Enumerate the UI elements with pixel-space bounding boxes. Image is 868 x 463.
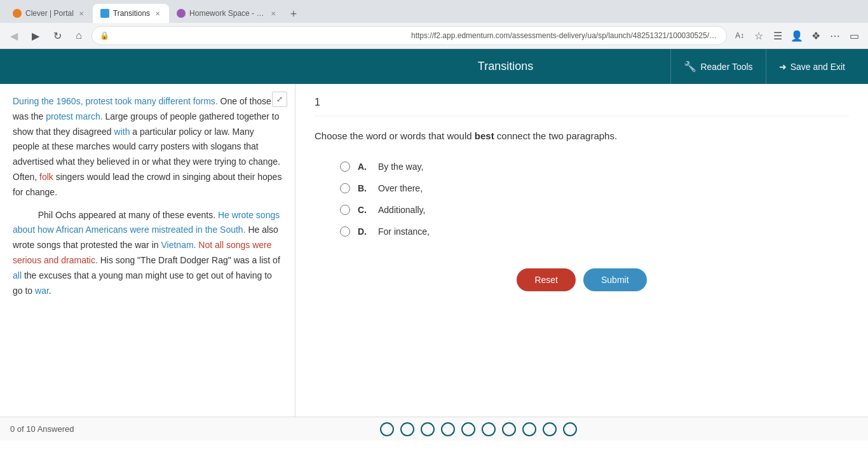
sidebar-button[interactable]: ▭ — [845, 27, 863, 45]
reader-tools-button[interactable]: 🔧 Reader Tools — [670, 49, 765, 84]
new-tab-button[interactable]: + — [285, 5, 302, 23]
lock-icon: 🔒 — [100, 31, 407, 40]
back-button[interactable]: ◀ — [5, 27, 23, 45]
answer-option-b: B. Over there, — [340, 183, 849, 193]
radio-b[interactable] — [340, 183, 350, 193]
tab-homework-label: Homework Space - StudyX — [189, 9, 266, 18]
answer-text-b: Over there, — [378, 183, 423, 193]
label-d[interactable]: D. — [358, 226, 370, 237]
browser-chrome: — ☐ ✕ Clever | Portal ✕ Transitions ✕ Ho… — [0, 0, 868, 49]
home-button[interactable]: ⌂ — [70, 27, 88, 45]
action-buttons: Reset Submit — [315, 268, 849, 291]
question-number: 1 — [315, 97, 849, 116]
question-dots — [99, 422, 858, 436]
save-exit-button[interactable]: ➜ Save and Exit — [766, 49, 858, 84]
profile-button[interactable]: 👤 — [788, 27, 806, 45]
question-dot-3[interactable] — [421, 422, 435, 436]
question-dot-4[interactable] — [441, 422, 455, 436]
refresh-button[interactable]: ↻ — [48, 27, 66, 45]
answer-option-d: D. For instance, — [340, 226, 849, 237]
question-dot-6[interactable] — [482, 422, 496, 436]
app-title: Transitions — [341, 60, 671, 73]
tab-transitions[interactable]: Transitions ✕ — [93, 4, 169, 23]
nav-extras: A↕ ☆ ☰ 👤 ❖ ⋯ ▭ — [731, 27, 863, 45]
translate-button[interactable]: A↕ — [731, 27, 749, 45]
address-bar[interactable]: 🔒 https://f2.app.edmentum.com/assessment… — [92, 26, 727, 45]
reset-button[interactable]: Reset — [517, 268, 576, 291]
question-dot-5[interactable] — [461, 422, 475, 436]
question-text-before: Choose the word or words that would — [315, 130, 475, 141]
answer-option-c: C. Additionally, — [340, 205, 849, 215]
expand-button[interactable]: ⤢ — [272, 92, 287, 107]
passage-text: During the 1960s, protest took many diff… — [13, 94, 282, 298]
question-dot-10[interactable] — [563, 422, 577, 436]
title-bar: — ☐ ✕ Clever | Portal ✕ Transitions ✕ Ho… — [0, 0, 868, 23]
answer-text-c: Additionally, — [378, 205, 425, 215]
reading-pane: ⤢ During the 1960s, protest took many di… — [0, 84, 295, 417]
star-button[interactable]: ☆ — [750, 27, 768, 45]
question-dot-8[interactable] — [522, 422, 536, 436]
question-bold-word: best — [475, 130, 494, 141]
app-header: Transitions 🔧 Reader Tools ➜ Save and Ex… — [0, 49, 868, 84]
homework-favicon — [177, 9, 186, 18]
passage-paragraph-2: Phil Ochs appeared at many of these even… — [13, 208, 282, 299]
main-container: ⤢ During the 1960s, protest took many di… — [0, 84, 868, 417]
tab-homework[interactable]: Homework Space - StudyX ✕ — [169, 4, 285, 23]
answer-text-a: By the way, — [378, 162, 423, 172]
tab-transitions-label: Transitions — [113, 9, 150, 18]
passage-paragraph-1: During the 1960s, protest took many diff… — [13, 94, 282, 200]
answered-count: 0 of 10 Answered — [10, 424, 99, 434]
exit-icon: ➜ — [779, 62, 787, 72]
bottom-bar: 0 of 10 Answered — [0, 417, 868, 441]
question-dot-9[interactable] — [543, 422, 557, 436]
collections-button[interactable]: ☰ — [769, 27, 787, 45]
submit-button[interactable]: Submit — [583, 268, 647, 291]
tab-bar: Clever | Portal ✕ Transitions ✕ Homework… — [0, 0, 868, 23]
transitions-favicon — [100, 9, 109, 18]
address-text: https://f2.app.edmentum.com/assessments-… — [411, 31, 719, 40]
tab-clever-label: Clever | Portal — [25, 9, 74, 18]
label-a[interactable]: A. — [358, 162, 370, 172]
question-text: Choose the word or words that would best… — [315, 129, 849, 144]
extensions-button[interactable]: ❖ — [807, 27, 825, 45]
answer-text-d: For instance, — [378, 226, 430, 237]
save-exit-label: Save and Exit — [790, 62, 845, 72]
more-button[interactable]: ⋯ — [826, 27, 844, 45]
label-c[interactable]: C. — [358, 205, 370, 215]
reader-tools-label: Reader Tools — [700, 62, 752, 72]
question-dot-2[interactable] — [400, 422, 414, 436]
tab-transitions-close[interactable]: ✕ — [154, 9, 161, 18]
tab-homework-close[interactable]: ✕ — [269, 9, 277, 18]
tab-clever-close[interactable]: ✕ — [78, 9, 85, 18]
question-text-after: connect the two paragraphs. — [494, 130, 617, 141]
header-actions: 🔧 Reader Tools ➜ Save and Exit — [670, 49, 858, 84]
answer-options: A. By the way, B. Over there, C. Additio… — [340, 162, 849, 237]
label-b[interactable]: B. — [358, 183, 370, 193]
tab-clever[interactable]: Clever | Portal ✕ — [5, 4, 93, 23]
wrench-icon: 🔧 — [684, 60, 696, 73]
answer-option-a: A. By the way, — [340, 162, 849, 172]
nav-bar: ◀ ▶ ↻ ⌂ 🔒 https://f2.app.edmentum.com/as… — [0, 23, 868, 48]
radio-c[interactable] — [340, 205, 350, 215]
radio-d[interactable] — [340, 226, 350, 237]
question-dot-7[interactable] — [502, 422, 516, 436]
forward-button[interactable]: ▶ — [27, 27, 44, 45]
radio-a[interactable] — [340, 162, 350, 172]
question-pane: 1 Choose the word or words that would be… — [295, 84, 868, 417]
clever-favicon — [13, 9, 22, 18]
question-dot-1[interactable] — [380, 422, 394, 436]
